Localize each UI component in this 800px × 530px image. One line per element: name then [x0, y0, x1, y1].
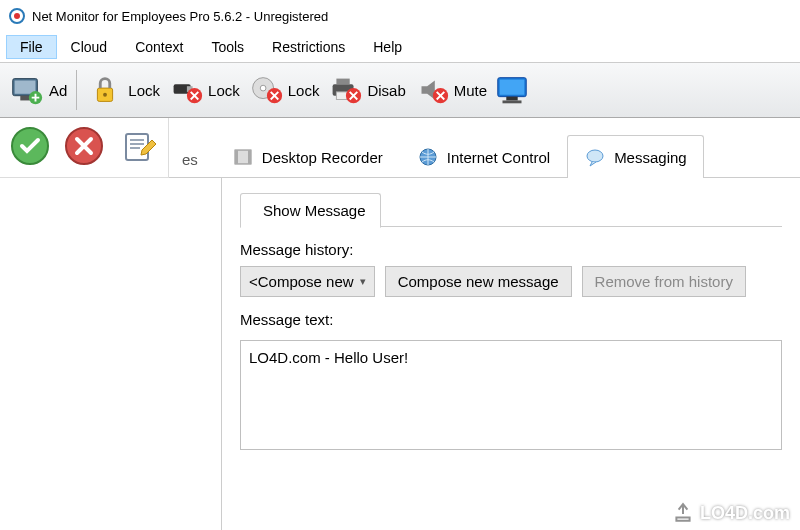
mute-button[interactable]: Mute	[409, 68, 490, 112]
add-button[interactable]: Ad	[4, 68, 70, 112]
left-actions	[0, 118, 168, 174]
lock1-label: Lock	[128, 82, 160, 99]
watermark-icon	[672, 502, 694, 524]
cd-lock-icon	[246, 71, 284, 109]
lock-button-3[interactable]: Lock	[243, 68, 323, 112]
padlock-icon	[86, 71, 124, 109]
history-label: Message history:	[240, 241, 782, 258]
svg-point-7	[103, 93, 107, 97]
compose-new-button[interactable]: Compose new message	[385, 266, 572, 297]
tab-desktop-recorder[interactable]: Desktop Recorder	[215, 135, 400, 178]
menu-context[interactable]: Context	[121, 35, 197, 59]
watermark-text: LO4D.com	[700, 503, 790, 524]
compose-dropdown[interactable]: <Compose new ▾	[240, 266, 375, 297]
svg-rect-22	[503, 100, 522, 103]
menu-cloud[interactable]: Cloud	[57, 35, 122, 59]
monitor-add-icon	[7, 71, 45, 109]
toolbar: Ad Lock Lock Lock Disab Mute	[0, 62, 800, 118]
svg-point-12	[260, 85, 266, 91]
svg-point-1	[14, 13, 20, 19]
tab-recorder-label: Desktop Recorder	[262, 149, 383, 166]
lock2-label: Lock	[208, 82, 240, 99]
tab-messaging[interactable]: Messaging	[567, 135, 704, 178]
tab-partial[interactable]: es	[177, 140, 215, 178]
tabs: es Desktop Recorder Internet Control Mes…	[168, 118, 800, 178]
lock-button-1[interactable]: Lock	[83, 68, 163, 112]
svg-rect-27	[235, 150, 238, 164]
menu-help[interactable]: Help	[359, 35, 416, 59]
titlebar: Net Monitor for Employees Pro 5.6.2 - Un…	[0, 0, 800, 32]
accept-button[interactable]	[8, 124, 52, 168]
chevron-down-icon: ▾	[360, 275, 366, 288]
subtoolbar: es Desktop Recorder Internet Control Mes…	[0, 118, 800, 178]
svg-rect-20	[500, 80, 525, 95]
subtab-label: Show Message	[263, 202, 366, 219]
menu-file[interactable]: File	[6, 35, 57, 59]
lock3-label: Lock	[288, 82, 320, 99]
speaker-mute-icon	[412, 71, 450, 109]
menu-tools[interactable]: Tools	[197, 35, 258, 59]
compose-dropdown-value: <Compose new	[249, 273, 354, 290]
svg-rect-28	[248, 150, 251, 164]
main-panel: Show Message Message history: <Compose n…	[222, 178, 800, 530]
monitor-icon	[493, 71, 531, 109]
text-label: Message text:	[240, 311, 782, 328]
menubar: File Cloud Context Tools Restrictions He…	[0, 32, 800, 62]
watermark: LO4D.com	[672, 502, 790, 524]
window-title: Net Monitor for Employees Pro 5.6.2 - Un…	[32, 9, 328, 24]
remove-history-button: Remove from history	[582, 266, 746, 297]
chat-icon	[584, 146, 606, 168]
add-label: Ad	[49, 82, 67, 99]
message-text-input[interactable]	[240, 340, 782, 450]
history-controls: <Compose new ▾ Compose new message Remov…	[240, 266, 782, 297]
svg-rect-4	[20, 96, 30, 101]
edit-button[interactable]	[116, 124, 160, 168]
disable-button[interactable]: Disab	[322, 68, 408, 112]
tab-partial-label: es	[182, 151, 198, 168]
tab-internet-control[interactable]: Internet Control	[400, 135, 567, 178]
mute-label: Mute	[454, 82, 487, 99]
tab-internet-label: Internet Control	[447, 149, 550, 166]
tab-underline	[169, 177, 800, 178]
subtab-show-message[interactable]: Show Message	[240, 193, 381, 228]
film-icon	[232, 146, 254, 168]
svg-rect-21	[506, 97, 517, 101]
reject-button[interactable]	[62, 124, 106, 168]
globe-icon	[417, 146, 439, 168]
disable-label: Disab	[367, 82, 405, 99]
menu-restrictions[interactable]: Restrictions	[258, 35, 359, 59]
printer-disable-icon	[325, 71, 363, 109]
app-icon	[8, 7, 26, 25]
toolbar-separator	[76, 70, 77, 110]
svg-point-30	[587, 150, 603, 162]
lock-button-2[interactable]: Lock	[163, 68, 243, 112]
svg-rect-15	[337, 79, 350, 85]
content-row: Show Message Message history: <Compose n…	[0, 178, 800, 530]
usb-lock-icon	[166, 71, 204, 109]
monitor-button[interactable]	[490, 68, 538, 112]
tab-messaging-label: Messaging	[614, 149, 687, 166]
sidebar	[0, 178, 222, 530]
